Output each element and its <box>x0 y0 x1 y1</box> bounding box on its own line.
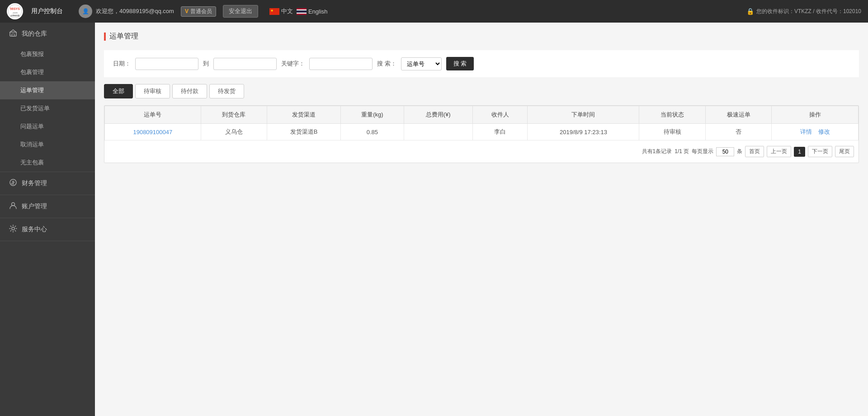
tab-all[interactable]: 全部 <box>104 84 133 98</box>
lock-icon: 🔒 <box>746 8 754 15</box>
col-channel: 发货渠道 <box>267 106 341 124</box>
sidebar-item-problem-waybill[interactable]: 问题运单 <box>0 117 95 136</box>
col-waybill-no: 运单号 <box>105 106 201 124</box>
pagination: 共有1条记录 1/1 页 每页显示 50 条 首页 上一页 1 下一页 尾页 <box>104 140 859 163</box>
page-title: 运单管理 <box>109 32 138 41</box>
member-label: 普通会员 <box>190 8 212 15</box>
language-section: 中文 English <box>269 7 328 15</box>
date-from-input[interactable] <box>135 58 198 70</box>
sidebar-item-cancel-waybill[interactable]: 取消运单 <box>0 136 95 154</box>
page-title-section: 运单管理 <box>104 32 859 41</box>
keyword-input[interactable] <box>309 58 373 70</box>
warehouse-icon <box>9 29 17 39</box>
total-records: 共有1条记录 <box>642 148 672 155</box>
sidebar-item-unclaimed-package[interactable]: 无主包裹 <box>0 154 95 172</box>
header-user: 👤 欢迎您，409889195@qq.com <box>79 5 174 18</box>
search-by-select[interactable]: 运单号 收件人 到货仓库 <box>401 57 442 70</box>
cell-status: 待审核 <box>639 124 705 140</box>
keyword-label: 关键字： <box>281 60 305 68</box>
lang-cn-label: 中文 <box>281 7 293 15</box>
account-icon <box>9 201 17 211</box>
cell-channel: 发货渠道B <box>267 124 341 140</box>
member-badge: V 普通会员 <box>181 6 216 17</box>
col-order-time: 下单时间 <box>528 106 639 124</box>
cell-warehouse: 义乌仓 <box>201 124 267 140</box>
tabs: 全部 待审核 待付款 待发货 <box>104 84 859 98</box>
logo: 56SYS .com 全景物流通 用户控制台 <box>7 3 63 19</box>
search-button[interactable]: 搜 索 <box>446 57 474 70</box>
receipt-label: 您的收件标识：VTKZZ / 收件代号：102010 <box>756 8 861 15</box>
cell-action: 详情 修改 <box>772 124 859 140</box>
sidebar-finance-header[interactable]: 财务管理 <box>0 172 95 195</box>
prev-page-button[interactable]: 上一页 <box>767 146 791 157</box>
col-receiver: 收件人 <box>472 106 528 124</box>
lang-en-label: English <box>308 8 328 15</box>
logo-icon: 56SYS .com 全景物流通 <box>7 3 23 19</box>
last-page-button[interactable]: 尾页 <box>835 146 854 157</box>
col-action: 操作 <box>772 106 859 124</box>
cell-waybill-no: 190809100047 <box>105 124 201 140</box>
per-page-unit: 条 <box>737 148 742 155</box>
finance-icon <box>9 178 17 188</box>
sidebar-warehouse-header[interactable]: 我的仓库 <box>0 23 95 45</box>
sidebar-account-header[interactable]: 账户管理 <box>0 195 95 218</box>
vip-icon: V <box>185 8 189 14</box>
search-by-label: 搜 索： <box>377 60 396 68</box>
cell-weight: 0.85 <box>341 124 404 140</box>
layout: 我的仓库 包裹预报 包裹管理 运单管理 已发货运单 问题运单 取消运单 无主包裹 <box>0 23 868 416</box>
date-to-input[interactable] <box>213 58 277 70</box>
avatar: 👤 <box>79 5 92 18</box>
logout-button[interactable]: 安全退出 <box>223 5 258 18</box>
waybill-table-wrapper: 运单号 到货仓库 发货渠道 重量(kg) 总费用(¥) 收件人 下单时间 当前状… <box>104 105 859 163</box>
cell-receiver: 李白 <box>472 124 528 140</box>
lang-cn-item[interactable]: 中文 <box>269 7 293 15</box>
sidebar-section-service: 服务中心 <box>0 218 95 241</box>
sidebar: 我的仓库 包裹预报 包裹管理 运单管理 已发货运单 问题运单 取消运单 无主包裹 <box>0 23 95 416</box>
service-icon <box>9 224 17 234</box>
tab-pending-ship[interactable]: 待发货 <box>209 84 244 98</box>
col-status: 当前状态 <box>639 106 705 124</box>
waybill-no-link[interactable]: 190809100047 <box>133 129 172 136</box>
sidebar-item-package-forecast[interactable]: 包裹预报 <box>0 45 95 63</box>
nav-title: 用户控制台 <box>31 7 63 15</box>
sidebar-service-header[interactable]: 服务中心 <box>0 218 95 241</box>
page-info: 1/1 页 <box>675 148 689 155</box>
svg-text:.com: .com <box>12 11 18 14</box>
lang-en-item[interactable]: English <box>297 8 328 15</box>
cell-express: 否 <box>705 124 771 140</box>
sidebar-item-shipped-waybill[interactable]: 已发货运单 <box>0 99 95 117</box>
sidebar-item-waybill-manage[interactable]: 运单管理 <box>0 81 95 99</box>
sidebar-section-warehouse: 我的仓库 包裹预报 包裹管理 运单管理 已发货运单 问题运单 取消运单 无主包裹 <box>0 23 95 172</box>
tab-pending-review[interactable]: 待审核 <box>135 84 170 98</box>
current-page-button[interactable]: 1 <box>794 147 805 157</box>
waybill-table: 运单号 到货仓库 发货渠道 重量(kg) 总费用(¥) 收件人 下单时间 当前状… <box>104 106 859 140</box>
header: 56SYS .com 全景物流通 用户控制台 👤 欢迎您，409889195@q… <box>0 0 868 23</box>
first-page-button[interactable]: 首页 <box>745 146 764 157</box>
search-bar: 日期： 到 关键字： 搜 索： 运单号 收件人 到货仓库 搜 索 <box>104 50 859 77</box>
header-right: 🔒 您的收件标识：VTKZZ / 收件代号：102010 <box>746 8 861 15</box>
sidebar-warehouse-label: 我的仓库 <box>22 30 47 38</box>
welcome-text: 欢迎您，409889195@qq.com <box>96 7 174 15</box>
sidebar-finance-label: 财务管理 <box>22 179 47 187</box>
sidebar-service-label: 服务中心 <box>22 225 47 234</box>
col-weight: 重量(kg) <box>341 106 404 124</box>
to-label: 到 <box>203 60 209 68</box>
sidebar-account-label: 账户管理 <box>22 202 47 210</box>
table-row: 190809100047 义乌仓 发货渠道B 0.85 李白 2019/8/9 … <box>105 124 859 140</box>
per-page-input[interactable]: 50 <box>716 147 734 156</box>
col-total-fee: 总费用(¥) <box>404 106 472 124</box>
next-page-button[interactable]: 下一页 <box>808 146 832 157</box>
sidebar-section-finance: 财务管理 <box>0 172 95 195</box>
date-label: 日期： <box>113 60 131 68</box>
flag-cn-icon <box>269 8 279 15</box>
col-express: 极速运单 <box>705 106 771 124</box>
sidebar-item-package-manage[interactable]: 包裹管理 <box>0 63 95 81</box>
col-warehouse: 到货仓库 <box>201 106 267 124</box>
cell-order-time: 2019/8/9 17:23:13 <box>528 124 639 140</box>
edit-link[interactable]: 修改 <box>818 128 830 135</box>
flag-th-icon <box>297 8 307 15</box>
main-content: 运单管理 日期： 到 关键字： 搜 索： 运单号 收件人 到货仓库 搜 索 全部… <box>95 23 868 416</box>
tab-pending-payment[interactable]: 待付款 <box>172 84 207 98</box>
detail-link[interactable]: 详情 <box>800 128 812 135</box>
title-bar-decoration <box>104 33 106 41</box>
